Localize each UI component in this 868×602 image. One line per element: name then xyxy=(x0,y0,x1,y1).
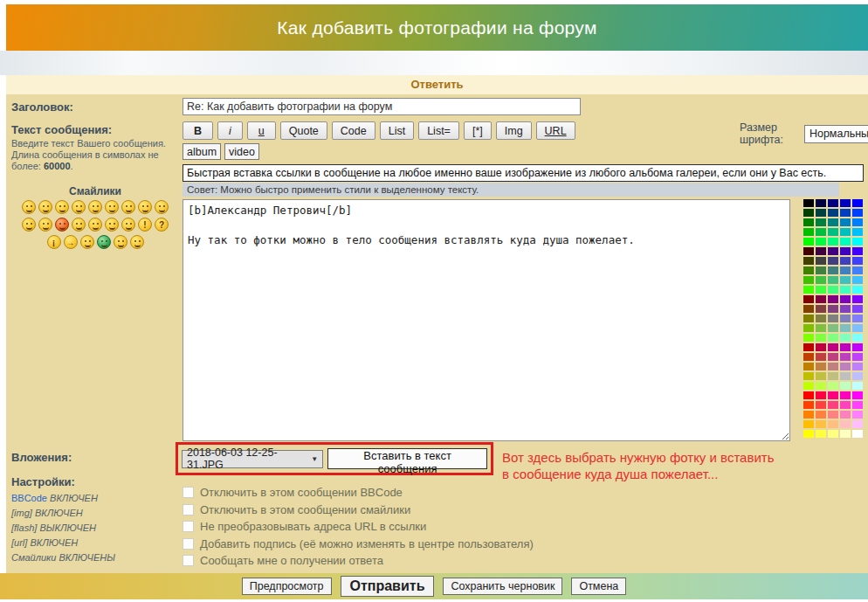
palette-color-cell[interactable] xyxy=(828,334,838,342)
preview-button[interactable]: Предпросмотр xyxy=(242,578,332,595)
palette-color-cell[interactable] xyxy=(803,305,814,313)
palette-color-cell[interactable] xyxy=(852,209,863,217)
palette-color-cell[interactable] xyxy=(852,247,863,255)
video-button[interactable]: video xyxy=(224,143,259,160)
palette-color-cell[interactable] xyxy=(803,343,814,351)
palette-color-cell[interactable] xyxy=(840,430,851,438)
palette-color-cell[interactable] xyxy=(803,382,814,390)
palette-color-cell[interactable] xyxy=(803,315,814,322)
palette-color-cell[interactable] xyxy=(828,228,838,236)
palette-color-cell[interactable] xyxy=(803,324,814,332)
palette-color-cell[interactable] xyxy=(816,266,826,274)
smiley-evil-icon[interactable] xyxy=(88,218,102,232)
smiley-question-icon[interactable]: ? xyxy=(155,218,169,232)
smiley-wink-icon[interactable] xyxy=(55,200,69,214)
palette-color-cell[interactable] xyxy=(803,286,814,294)
palette-color-cell[interactable] xyxy=(840,420,851,428)
palette-color-cell[interactable] xyxy=(840,401,851,409)
palette-color-cell[interactable] xyxy=(816,353,826,361)
palette-color-cell[interactable] xyxy=(828,257,838,265)
palette-color-cell[interactable] xyxy=(840,343,851,351)
palette-color-cell[interactable] xyxy=(828,411,838,419)
palette-color-cell[interactable] xyxy=(828,218,838,226)
palette-color-cell[interactable] xyxy=(840,315,851,322)
smiley-razz-icon[interactable] xyxy=(38,218,52,232)
palette-color-cell[interactable] xyxy=(840,391,851,399)
smiley-biggrin-icon[interactable] xyxy=(22,200,36,214)
palette-color-cell[interactable] xyxy=(803,334,814,342)
palette-color-cell[interactable] xyxy=(852,257,863,265)
smiley-lol-icon[interactable] xyxy=(155,200,169,214)
palette-color-cell[interactable] xyxy=(852,199,863,207)
smiley-confused-icon[interactable] xyxy=(121,200,135,214)
palette-color-cell[interactable] xyxy=(852,334,863,342)
smiley-oops-icon[interactable] xyxy=(55,218,69,232)
palette-color-cell[interactable] xyxy=(828,401,838,409)
palette-color-cell[interactable] xyxy=(828,343,838,351)
palette-color-cell[interactable] xyxy=(828,324,838,332)
option-checkbox-0[interactable] xyxy=(183,487,194,498)
smiley-mrgreen-icon[interactable] xyxy=(97,235,111,249)
palette-color-cell[interactable] xyxy=(828,247,838,255)
palette-color-cell[interactable] xyxy=(816,315,826,322)
palette-color-cell[interactable] xyxy=(852,372,863,380)
bbcode-button-u[interactable]: u xyxy=(247,121,276,140)
attachment-file-select[interactable]: 2018-06-03 12-25-31.JPG ▼ xyxy=(182,450,323,468)
option-checkbox-1[interactable] xyxy=(183,504,194,516)
bbcode-button-img[interactable]: Img xyxy=(496,121,532,140)
palette-color-cell[interactable] xyxy=(852,305,863,313)
palette-color-cell[interactable] xyxy=(828,391,838,399)
palette-color-cell[interactable] xyxy=(840,228,851,236)
palette-color-cell[interactable] xyxy=(852,276,863,284)
palette-color-cell[interactable] xyxy=(840,353,851,361)
palette-color-cell[interactable] xyxy=(816,363,826,370)
palette-color-cell[interactable] xyxy=(852,324,863,332)
bbcode-button-list=[interactable]: List= xyxy=(418,121,459,140)
palette-color-cell[interactable] xyxy=(828,209,838,217)
bbcode-button-*[interactable]: [*] xyxy=(464,121,492,140)
palette-color-cell[interactable] xyxy=(816,295,826,303)
cancel-button[interactable]: Отмена xyxy=(571,578,626,595)
palette-color-cell[interactable] xyxy=(816,420,826,428)
palette-color-cell[interactable] xyxy=(816,430,826,438)
palette-color-cell[interactable] xyxy=(803,228,814,236)
palette-color-cell[interactable] xyxy=(840,372,851,380)
bbcode-button-url[interactable]: URL xyxy=(536,121,575,140)
palette-color-cell[interactable] xyxy=(803,391,814,399)
palette-color-cell[interactable] xyxy=(816,238,826,246)
palette-color-cell[interactable] xyxy=(803,276,814,284)
palette-color-cell[interactable] xyxy=(852,315,863,322)
palette-color-cell[interactable] xyxy=(816,382,826,390)
bbcode-button-b[interactable]: B xyxy=(183,121,213,140)
palette-color-cell[interactable] xyxy=(803,363,814,370)
palette-color-cell[interactable] xyxy=(828,276,838,284)
palette-color-cell[interactable] xyxy=(828,420,838,428)
palette-color-cell[interactable] xyxy=(852,295,863,303)
palette-color-cell[interactable] xyxy=(852,228,863,236)
bbcode-button-code[interactable]: Code xyxy=(332,121,375,140)
palette-color-cell[interactable] xyxy=(803,401,814,409)
palette-color-cell[interactable] xyxy=(803,257,814,265)
palette-color-cell[interactable] xyxy=(852,218,863,226)
palette-color-cell[interactable] xyxy=(803,353,814,361)
palette-color-cell[interactable] xyxy=(852,343,863,351)
palette-color-cell[interactable] xyxy=(816,343,826,351)
smiley-smile-icon[interactable] xyxy=(38,200,52,214)
palette-color-cell[interactable] xyxy=(840,305,851,313)
palette-color-cell[interactable] xyxy=(816,305,826,313)
palette-color-cell[interactable] xyxy=(803,238,814,246)
smiley-idea-icon[interactable]: ¡ xyxy=(47,235,61,249)
palette-color-cell[interactable] xyxy=(852,286,863,294)
palette-color-cell[interactable] xyxy=(852,430,863,438)
smiley-eek-icon[interactable] xyxy=(105,200,119,214)
palette-color-cell[interactable] xyxy=(803,411,814,419)
palette-color-cell[interactable] xyxy=(816,286,826,294)
palette-color-cell[interactable] xyxy=(828,315,838,322)
palette-color-cell[interactable] xyxy=(840,209,851,217)
save-draft-button[interactable]: Сохранить черновик xyxy=(443,578,562,595)
smiley-surprised-icon[interactable] xyxy=(72,200,86,214)
palette-color-cell[interactable] xyxy=(803,247,814,255)
palette-color-cell[interactable] xyxy=(852,238,863,246)
palette-color-cell[interactable] xyxy=(852,382,863,390)
palette-color-cell[interactable] xyxy=(840,411,851,419)
